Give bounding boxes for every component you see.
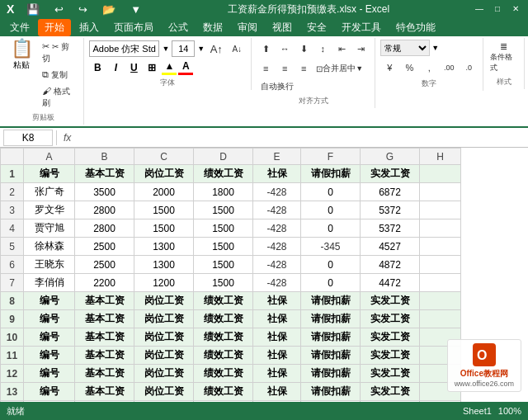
cell-r0-c2[interactable]: 岗位工资 <box>134 165 194 183</box>
row-header-2[interactable]: 3 <box>1 201 24 219</box>
cell-r1-c7[interactable] <box>420 183 461 201</box>
cell-r9-c5[interactable]: 请假扣薪 <box>301 328 361 347</box>
comma-button[interactable]: , <box>420 59 438 77</box>
col-header-h[interactable]: H <box>420 149 461 165</box>
cell-r4-c3[interactable]: 1500 <box>194 238 253 256</box>
cell-r11-c6[interactable]: 实发工资 <box>361 365 420 383</box>
cell-r2-c0[interactable]: 罗文华 <box>24 201 75 219</box>
quick-open-icon[interactable]: 📂 <box>100 2 118 17</box>
align-bottom-button[interactable]: ⬇ <box>295 40 313 58</box>
cell-r3-c5[interactable]: 0 <box>301 219 361 238</box>
decrease-decimal-button[interactable]: .0 <box>460 59 478 77</box>
more-qa-icon[interactable]: ▼ <box>128 2 144 17</box>
cell-r9-c4[interactable]: 社保 <box>253 328 301 347</box>
cell-r11-c0[interactable]: 编号 <box>24 365 75 383</box>
merge-dropdown-icon[interactable]: ▼ <box>356 64 363 73</box>
cell-r0-c7[interactable] <box>420 165 461 183</box>
cell-r3-c2[interactable]: 1500 <box>134 219 194 238</box>
cell-r8-c6[interactable]: 实发工资 <box>361 310 420 328</box>
menu-insert[interactable]: 插入 <box>73 19 106 36</box>
cell-r6-c4[interactable]: -428 <box>253 274 301 292</box>
cell-r5-c5[interactable]: 0 <box>301 256 361 274</box>
cell-r9-c3[interactable]: 绩效工资 <box>194 328 253 347</box>
cell-r0-c4[interactable]: 社保 <box>253 165 301 183</box>
quick-undo-icon[interactable]: ↩ <box>52 2 66 17</box>
underline-button[interactable]: U <box>125 59 142 76</box>
increase-decimal-button[interactable]: .00 <box>440 59 458 77</box>
align-middle-button[interactable]: ↔ <box>276 40 294 58</box>
cell-r1-c6[interactable]: 6872 <box>361 183 420 201</box>
menu-review[interactable]: 审阅 <box>231 19 264 36</box>
row-header-10[interactable]: 11 <box>1 347 24 365</box>
col-header-b[interactable]: B <box>75 149 134 165</box>
align-center-button[interactable]: ≡ <box>276 59 294 78</box>
cell-r3-c4[interactable]: -428 <box>253 219 301 238</box>
row-header-7[interactable]: 8 <box>1 292 24 310</box>
cell-r6-c6[interactable]: 4472 <box>361 274 420 292</box>
cell-r7-c5[interactable]: 请假扣薪 <box>301 292 361 310</box>
cell-r5-c2[interactable]: 1300 <box>134 256 194 274</box>
cell-r8-c0[interactable]: 编号 <box>24 310 75 328</box>
cell-r12-c1[interactable]: 基本工资 <box>75 383 134 401</box>
menu-data[interactable]: 数据 <box>196 19 229 36</box>
increase-font-button[interactable]: A↑ <box>207 40 225 58</box>
copy-button[interactable]: ⧉ 复制 <box>38 68 78 83</box>
cell-r3-c7[interactable] <box>420 219 461 238</box>
quick-redo-icon[interactable]: ↪ <box>76 2 90 17</box>
cell-r12-c6[interactable]: 实发工资 <box>361 383 420 401</box>
formula-input[interactable] <box>78 131 525 144</box>
cell-r12-c3[interactable]: 绩效工资 <box>194 383 253 401</box>
align-right-button[interactable]: ≡ <box>295 59 313 78</box>
decrease-font-button[interactable]: A↓ <box>228 40 246 58</box>
cell-r5-c4[interactable]: -428 <box>253 256 301 274</box>
cell-r0-c1[interactable]: 基本工资 <box>75 165 134 183</box>
font-name-dropdown-icon[interactable]: ▼ <box>162 45 169 53</box>
cell-r1-c0[interactable]: 张广奇 <box>24 183 75 201</box>
cell-r7-c1[interactable]: 基本工资 <box>75 292 134 310</box>
cell-r11-c2[interactable]: 岗位工资 <box>134 365 194 383</box>
cell-r5-c3[interactable]: 1500 <box>194 256 253 274</box>
maximize-button[interactable]: □ <box>492 3 503 15</box>
row-header-12[interactable]: 13 <box>1 383 24 401</box>
cell-r7-c6[interactable]: 实发工资 <box>361 292 420 310</box>
merge-center-button[interactable]: ⊡ 合并居中 ▼ <box>314 59 365 78</box>
cell-r12-c0[interactable]: 编号 <box>24 383 75 401</box>
cell-r8-c2[interactable]: 岗位工资 <box>134 310 194 328</box>
cell-r5-c6[interactable]: 4872 <box>361 256 420 274</box>
cell-r4-c7[interactable] <box>420 238 461 256</box>
cell-r7-c4[interactable]: 社保 <box>253 292 301 310</box>
cell-r11-c4[interactable]: 社保 <box>253 365 301 383</box>
row-header-0[interactable]: 1 <box>1 165 24 183</box>
percent-button[interactable]: % <box>400 59 418 77</box>
cell-r2-c7[interactable] <box>420 201 461 219</box>
cell-r10-c2[interactable]: 岗位工资 <box>134 347 194 365</box>
menu-home[interactable]: 开始 <box>38 19 71 36</box>
cell-r11-c3[interactable]: 绩效工资 <box>194 365 253 383</box>
cell-r10-c0[interactable]: 编号 <box>24 347 75 365</box>
row-header-1[interactable]: 2 <box>1 183 24 201</box>
cell-r6-c1[interactable]: 2200 <box>75 274 134 292</box>
align-left-button[interactable]: ≡ <box>257 59 275 78</box>
font-color-button[interactable]: A <box>178 60 193 75</box>
cell-r2-c2[interactable]: 1500 <box>134 201 194 219</box>
cell-r12-c5[interactable]: 请假扣薪 <box>301 383 361 401</box>
cell-r9-c0[interactable]: 编号 <box>24 328 75 347</box>
sheet-tab[interactable]: Sheet1 <box>463 406 492 416</box>
cell-r10-c1[interactable]: 基本工资 <box>75 347 134 365</box>
cell-r6-c0[interactable]: 李俏俏 <box>24 274 75 292</box>
cell-r4-c1[interactable]: 2500 <box>75 238 134 256</box>
row-header-11[interactable]: 12 <box>1 365 24 383</box>
cell-r1-c1[interactable]: 3500 <box>75 183 134 201</box>
cell-r6-c3[interactable]: 1500 <box>194 274 253 292</box>
col-header-c[interactable]: C <box>134 149 194 165</box>
cell-r12-c4[interactable]: 社保 <box>253 383 301 401</box>
cut-button[interactable]: ✂ ✂ 剪切 <box>38 40 78 66</box>
quick-save-icon[interactable]: 💾 <box>24 2 42 17</box>
cell-r8-c4[interactable]: 社保 <box>253 310 301 328</box>
indent-increase-button[interactable]: ⇥ <box>351 40 370 58</box>
cell-r8-c3[interactable]: 绩效工资 <box>194 310 253 328</box>
cell-r1-c4[interactable]: -428 <box>253 183 301 201</box>
cell-r10-c6[interactable]: 实发工资 <box>361 347 420 365</box>
cell-r0-c5[interactable]: 请假扣薪 <box>301 165 361 183</box>
cell-r11-c5[interactable]: 请假扣薪 <box>301 365 361 383</box>
